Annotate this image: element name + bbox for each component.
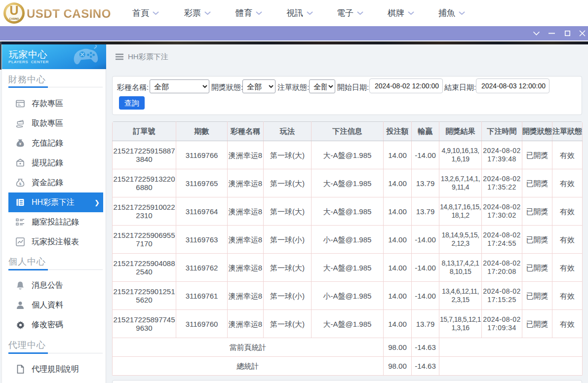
- svg-text:¥: ¥: [19, 142, 22, 146]
- svg-text:$: $: [19, 182, 22, 186]
